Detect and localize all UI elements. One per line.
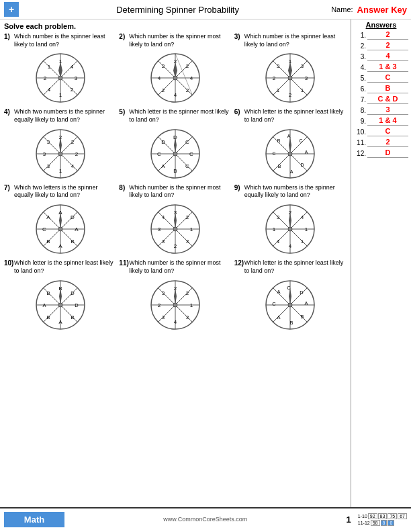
score-range-2: 11-12 (358, 521, 370, 525)
svg-text:C: C (189, 151, 193, 157)
answers-column: Answers 1. 2 2. 2 3. 4 4. 1 & 3 5. C (351, 19, 411, 507)
svg-text:4: 4 (174, 319, 177, 325)
svg-text:4: 4 (277, 238, 280, 245)
prob-text-8: Which number is the spinner most likely … (129, 184, 231, 200)
svg-text:3: 3 (158, 226, 161, 232)
svg-point-90 (288, 152, 292, 156)
svg-text:4: 4 (174, 92, 177, 98)
answer-item-8: 8. 3 (354, 105, 408, 115)
answer-val-9: 1 & 4 (367, 116, 408, 126)
problem-10: 10) Which letter is the spinner least li… (4, 259, 116, 330)
svg-text:4: 4 (301, 214, 304, 220)
svg-text:C: C (273, 301, 277, 307)
svg-text:4: 4 (158, 75, 161, 81)
svg-text:C: C (300, 138, 303, 143)
answer-item-1: 1. 2 (354, 30, 408, 40)
answer-num-11: 11. (354, 139, 366, 146)
svg-text:2: 2 (70, 87, 73, 93)
svg-text:2: 2 (186, 87, 189, 93)
answer-item-2: 2. 2 (354, 41, 408, 50)
answer-item-9: 9. 1 & 4 (354, 116, 408, 126)
answer-item-7: 7. C & D (354, 95, 408, 104)
answer-item-10: 10. C (354, 127, 408, 136)
svg-text:1: 1 (58, 168, 62, 174)
prob-text-6: Which letter is the spinner least likely… (244, 108, 347, 124)
svg-text:C: C (157, 151, 161, 157)
problem-8: 8) Which number is the spinner most like… (119, 184, 231, 255)
svg-text:2: 2 (43, 75, 46, 81)
svg-text:3: 3 (162, 238, 165, 245)
svg-text:A: A (290, 169, 293, 174)
svg-text:2: 2 (289, 92, 292, 98)
svg-text:B: B (46, 314, 50, 320)
solve-label: Solve each problem. (4, 22, 347, 30)
problem-12: 12) Which letter is the spinner least li… (234, 259, 347, 330)
svg-point-165 (173, 303, 177, 307)
svg-text:2: 2 (75, 151, 78, 157)
answer-val-11: 2 (367, 138, 408, 147)
svg-text:C: C (273, 151, 276, 156)
problem-6: 6) Which letter is the spinner least lik… (234, 108, 347, 179)
answer-num-4: 4. (354, 64, 366, 71)
svg-point-105 (58, 227, 62, 231)
answer-val-5: C (367, 73, 408, 83)
score-58: 58 (371, 520, 380, 526)
answer-val-7: C & D (367, 95, 408, 104)
answer-num-1: 1. (354, 32, 366, 39)
answer-num-2: 2. (354, 42, 366, 50)
svg-text:3: 3 (162, 314, 165, 320)
svg-text:3: 3 (186, 238, 189, 245)
svg-text:1: 1 (277, 87, 280, 93)
answer-key-label: Answer Key (357, 5, 407, 15)
svg-text:B: B (278, 164, 281, 169)
answer-num-3: 3. (354, 53, 366, 60)
svg-point-180 (288, 303, 292, 307)
prob-num-6: 6) (234, 108, 242, 116)
score-92: 92 (368, 513, 377, 519)
prob-text-7: Which two letters is the spinner equally… (14, 184, 116, 200)
svg-text:3: 3 (277, 214, 280, 220)
problem-5: 5) Which letter is the spinner most like… (119, 108, 231, 179)
svg-text:1: 1 (273, 226, 276, 232)
svg-text:1: 1 (301, 87, 304, 93)
svg-text:A: A (58, 243, 62, 249)
problem-11: 11) Which number is the spinner most lik… (119, 259, 231, 330)
svg-text:D: D (71, 290, 75, 296)
svg-text:B: B (71, 238, 74, 245)
prob-num-10: 10) (4, 259, 12, 267)
svg-text:A: A (58, 319, 62, 325)
svg-text:2: 2 (174, 243, 177, 249)
prob-num-5: 5) (119, 108, 127, 116)
score-67: 67 (398, 513, 407, 519)
svg-text:1: 1 (190, 302, 193, 308)
svg-text:2: 2 (71, 139, 74, 145)
svg-text:1: 1 (301, 238, 304, 245)
svg-text:D: D (75, 302, 79, 308)
footer-url: www.CommonCoreSheets.com (64, 516, 347, 523)
svg-text:3: 3 (74, 75, 77, 81)
answer-item-4: 4. 1 & 3 (354, 62, 408, 72)
svg-text:B: B (161, 139, 165, 145)
svg-text:A: A (161, 163, 165, 169)
prob-num-11: 11) (119, 259, 127, 267)
svg-text:C: C (185, 139, 189, 145)
footer: Math www.CommonCoreSheets.com 1 1-10 92 … (0, 507, 411, 530)
answer-item-11: 11. 2 (354, 138, 408, 147)
answer-val-4: 1 & 3 (367, 62, 408, 72)
score-83: 83 (378, 513, 387, 519)
prob-num-9: 9) (234, 184, 242, 191)
svg-point-135 (288, 227, 292, 231)
answer-val-3: 4 (367, 52, 408, 61)
answer-val-2: 2 (367, 41, 408, 50)
svg-text:B: B (46, 238, 50, 245)
page-title: Determining Spinner Probability (24, 5, 331, 15)
prob-text-4: Which two numbers is the spinner equally… (14, 108, 116, 124)
answer-list: 1. 2 2. 2 3. 4 4. 1 & 3 5. C 6. B (354, 30, 408, 158)
logo-icon: + (4, 2, 19, 17)
score-range-1: 1-10 (358, 514, 367, 519)
answer-num-12: 12. (354, 150, 366, 157)
svg-text:3: 3 (277, 63, 280, 69)
prob-num-4: 4) (4, 108, 12, 116)
svg-text:3: 3 (301, 63, 304, 69)
svg-point-150 (58, 303, 62, 307)
